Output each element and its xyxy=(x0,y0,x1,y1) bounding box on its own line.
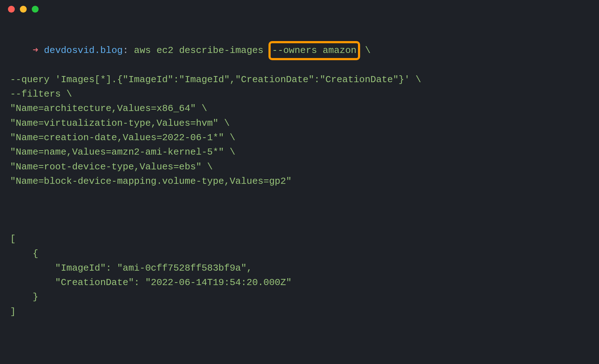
highlight-text: --owners amazon xyxy=(272,45,357,56)
close-button[interactable] xyxy=(8,6,15,13)
command-line-1: ➜ devdosvid.blog: aws ec2 describe-image… xyxy=(10,29,589,72)
prompt-arrow: ➜ xyxy=(32,45,38,56)
command-line-5: "Name=virtualization-type,Values=hvm" \ xyxy=(10,116,589,130)
command-line-8: "Name=root-device-type,Values=ebs" \ xyxy=(10,160,589,174)
command-line-6: "Name=creation-date,Values=2022-06-1*" \ xyxy=(10,130,589,145)
output-line-5: } xyxy=(10,290,589,304)
command-text-post: \ xyxy=(359,45,371,56)
output-line-6: ] xyxy=(10,305,589,319)
command-line-9: "Name=block-device-mapping.volume-type,V… xyxy=(10,174,589,188)
window-titlebar xyxy=(0,0,599,18)
output-line-3: "ImageId": "ami-0cff7528ff583bf9a", xyxy=(10,261,589,275)
output-line-2: { xyxy=(10,247,589,261)
output-line-1: [ xyxy=(10,232,589,246)
command-output: [ { "ImageId": "ami-0cff7528ff583bf9a", … xyxy=(10,232,589,319)
maximize-button[interactable] xyxy=(32,6,39,13)
command-line-7: "Name=name,Values=amzn2-ami-kernel-5*" \ xyxy=(10,145,589,159)
highlight-owners-amazon: --owners amazon xyxy=(268,41,360,60)
command-line-2: --query 'Images[*].{"ImageId":"ImageId",… xyxy=(10,72,589,87)
command-line-3: --filters \ xyxy=(10,87,589,101)
output-line-4: "CreationDate": "2022-06-14T19:54:20.000… xyxy=(10,275,589,290)
terminal-content[interactable]: ➜ devdosvid.blog: aws ec2 describe-image… xyxy=(0,18,599,326)
command-text-pre: aws ec2 describe-images xyxy=(134,45,269,56)
prompt-host: devdosvid.blog xyxy=(44,45,123,56)
minimize-button[interactable] xyxy=(20,6,27,13)
command-line-4: "Name=architecture,Values=x86_64" \ xyxy=(10,101,589,116)
prompt-colon: : xyxy=(123,45,128,56)
